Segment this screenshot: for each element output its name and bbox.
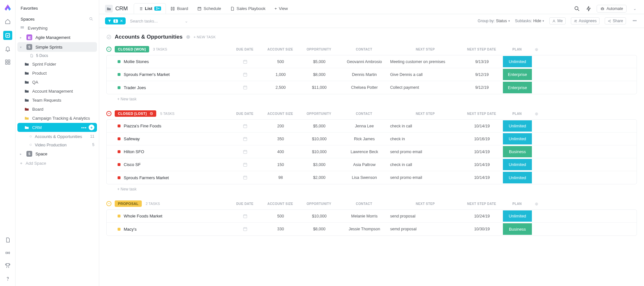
task-row[interactable]: Macy's 330 $8,000 Jessie Thompson semd p… [107, 223, 637, 235]
tab-list[interactable]: List 3▾ [134, 3, 166, 14]
tab-add-view[interactable]: +View [270, 4, 293, 14]
plan-tag[interactable]: Business [503, 223, 532, 235]
task-row[interactable]: Piazza's Fine Foods 200 $5,000 Jenna Lee… [107, 120, 637, 133]
task-row[interactable]: Whole Foods Market 500 $10,000 Melanie M… [107, 210, 637, 223]
task-row[interactable]: Sprouts Farmers Market 98 $2,000 Lisa Sw… [107, 171, 637, 184]
search-icon[interactable] [573, 5, 581, 12]
task-row[interactable]: Mollie Stones 500 $5,000 Geovanni Ambros… [107, 55, 637, 68]
tab-board[interactable]: Board [166, 4, 193, 14]
sidebar-list[interactable]: Accounts & Opportunities11 [15, 132, 99, 141]
account-size-cell: 500 [261, 60, 300, 64]
add-column-icon[interactable]: ⊕ [532, 111, 541, 116]
sidebar-folder-crm[interactable]: CRM ••• + [17, 123, 97, 132]
sidebar-docs[interactable]: 5 Docs [15, 52, 99, 60]
pulse-icon[interactable] [4, 249, 11, 256]
col-size: ACCOUNT SIZE [261, 112, 300, 115]
task-row[interactable]: Sprouts Farmer's Market 1,000 $8,000 Den… [107, 68, 637, 81]
search-input[interactable]: Search tasks... ⌄ [130, 19, 188, 23]
breadcrumb[interactable]: CRM [105, 5, 130, 13]
due-date-cell[interactable] [229, 226, 261, 232]
subtasks-select[interactable]: Subtasks: Hide ▾ [515, 19, 544, 23]
plan-tag[interactable]: Unlimited [503, 210, 532, 222]
plan-tag[interactable]: Business [503, 146, 532, 157]
assignees-button[interactable]: Assignees [571, 17, 600, 24]
due-date-cell[interactable] [229, 72, 261, 77]
more-icon[interactable]: ••• [631, 17, 638, 24]
add-column-icon[interactable]: ⊕ [532, 201, 541, 206]
status-pill[interactable]: PROPOSAL [115, 200, 142, 207]
sidebar-folder[interactable]: Product [15, 69, 99, 78]
sidebar-folder[interactable]: Board [15, 105, 99, 114]
dashboards-icon[interactable] [4, 59, 11, 66]
favorites-header[interactable]: Favorites [15, 4, 99, 13]
goals-icon[interactable] [4, 262, 11, 269]
spaces-header[interactable]: Spaces [21, 17, 34, 22]
new-task-button[interactable]: + New task [106, 184, 637, 191]
contact-cell: Geovanni Ambrosio [339, 60, 390, 64]
docs-icon[interactable] [4, 236, 11, 244]
automate-button[interactable]: Automate [597, 5, 627, 13]
sidebar-everything[interactable]: Everything [15, 23, 99, 32]
due-date-cell[interactable] [229, 85, 261, 90]
task-row[interactable]: Trader Joes 2,500 $11,000 Chelsea Potter… [107, 81, 637, 94]
sidebar-folder[interactable]: QA [15, 78, 99, 87]
due-date-cell[interactable] [229, 124, 261, 129]
opportunity-cell: $8,000 [300, 72, 339, 77]
svg-point-12 [22, 28, 23, 28]
plan-tag[interactable]: Enterprise [503, 82, 532, 93]
plan-tag[interactable]: Unlimited [503, 159, 532, 170]
tab-playbook[interactable]: Sales Playbook [226, 4, 270, 14]
sidebar-list[interactable]: Video Production5 [15, 141, 99, 149]
new-task-link[interactable]: + NEW TASK [194, 35, 216, 39]
sidebar-folder[interactable]: Account Management [15, 87, 99, 96]
col-contact: CONTACT [338, 48, 390, 51]
due-date-cell[interactable] [229, 136, 261, 142]
due-date-cell[interactable] [229, 214, 261, 219]
plan-tag[interactable]: Unlimited [503, 120, 532, 132]
more-icon[interactable]: ••• [81, 125, 87, 130]
home-icon[interactable] [4, 18, 11, 25]
add-column-icon[interactable]: ⊕ [532, 47, 541, 52]
collapse-icon[interactable] [106, 111, 111, 116]
tab-schedule[interactable]: Schedule [193, 4, 226, 14]
info-icon[interactable] [186, 35, 190, 39]
sidebar-add-space[interactable]: + Add Space [15, 159, 99, 168]
task-row[interactable]: Hilton SFO 400 $10,000 Lawrence Beck sen… [107, 145, 637, 158]
bolt-icon[interactable] [585, 5, 592, 12]
plan-tag[interactable]: Enterprise [503, 69, 532, 80]
search-icon[interactable] [89, 16, 94, 22]
sidebar-space-simple-sprints[interactable]: ▾ S Simple Sprints [17, 42, 97, 52]
sidebar-space-space[interactable]: ▸ S Space [15, 149, 99, 159]
me-button[interactable]: Me [549, 17, 566, 24]
collapse-icon[interactable] [106, 201, 111, 206]
next-step-cell: Meeting customer on premises [390, 60, 461, 64]
plan-tag[interactable]: Unlimited [503, 133, 532, 144]
tasks-icon[interactable] [3, 31, 12, 40]
filter-chip[interactable]: 1 ✕ [105, 17, 126, 24]
new-task-button[interactable]: + New task [106, 94, 637, 101]
close-icon[interactable]: ✕ [120, 19, 123, 23]
sidebar-folder[interactable]: Sprint Folder [15, 60, 99, 69]
collapse-icon[interactable] [106, 47, 111, 52]
due-date-cell[interactable] [229, 59, 261, 64]
content-area: Accounts & Opportunities + NEW TASK CLOS… [99, 28, 644, 286]
add-icon[interactable]: + [89, 125, 94, 130]
status-pill[interactable]: CLOSED [LOST] [115, 110, 156, 117]
sidebar-folder[interactable]: Team Requests [15, 96, 99, 105]
help-icon[interactable] [4, 275, 11, 282]
status-pill[interactable]: CLOSED [WON] [115, 46, 149, 52]
groupby-select[interactable]: Group by: Status ▾ [478, 19, 510, 23]
plan-tag[interactable]: Unlimited [503, 172, 532, 183]
sidebar-folder[interactable]: Campaign Tracking & Analytics [15, 114, 99, 123]
plan-tag[interactable]: Unlimited [503, 56, 532, 67]
due-date-cell[interactable] [229, 149, 261, 154]
next-step-cell: semd proposal [390, 227, 461, 231]
due-date-cell[interactable] [229, 162, 261, 167]
due-date-cell[interactable] [229, 175, 261, 180]
chevron-down-icon[interactable]: ⌄ [631, 5, 638, 12]
share-button[interactable]: Share [605, 17, 626, 24]
sidebar-space-agile[interactable]: ▸ ◧ Agile Management [15, 32, 99, 42]
task-row[interactable]: Safeway 350 $10,000 Rick James check in … [107, 133, 637, 145]
task-row[interactable]: Cisco SF 150 $3,000 Asia Paltrow check i… [107, 158, 637, 171]
notifications-icon[interactable] [4, 46, 11, 53]
